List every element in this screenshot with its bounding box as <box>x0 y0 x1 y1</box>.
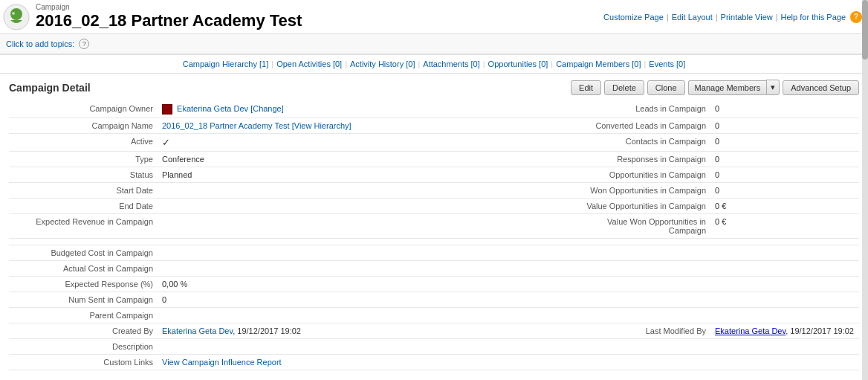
header-left: Campaign 2016_02_18 Partner Academy Test <box>3 3 302 30</box>
value-value-won-opportunities: 0 € <box>710 214 859 239</box>
table-row: Active ✓ Contacts in Campaign 0 <box>9 134 859 152</box>
page-title: 2016_02_18 Partner Academy Test <box>36 11 302 30</box>
svg-point-2 <box>12 12 15 15</box>
label-description: Description <box>9 339 158 355</box>
edit-button[interactable]: Edit <box>571 80 601 95</box>
table-row: Start Date Won Opportunities in Campaign… <box>9 183 859 199</box>
logo-area <box>3 4 30 30</box>
table-row: Campaign Name 2016_02_18 Partner Academy… <box>9 118 859 134</box>
table-row <box>9 239 859 245</box>
value-budgeted-cost <box>158 245 493 261</box>
label-last-modified: Last Modified By <box>493 323 710 339</box>
value-num-sent: 0 <box>158 292 493 308</box>
app-logo <box>3 4 30 30</box>
scrollbar[interactable] <box>862 0 868 376</box>
edit-layout-link[interactable]: Edit Layout <box>672 13 713 22</box>
subnav-campaign-members[interactable]: Campaign Members [0] <box>556 59 641 68</box>
topics-info-icon[interactable]: ? <box>79 39 89 49</box>
section-header: Campaign Detail Edit Delete Clone Manage… <box>9 80 859 95</box>
value-opportunities-in-campaign: 0 <box>710 167 859 183</box>
label-actual-cost: Actual Cost in Campaign <box>9 261 158 277</box>
label-responses: Responses in Campaign <box>493 152 710 167</box>
header-category: Campaign <box>36 3 302 11</box>
value-last-modified: Ekaterina Geta Dev, 19/12/2017 19:02 <box>710 323 859 339</box>
label-expected-response: Expected Response (%) <box>9 277 158 292</box>
label-parent-campaign: Parent Campaign <box>9 308 158 323</box>
value-campaign-name: 2016_02_18 Partner Academy Test [View Hi… <box>158 118 493 134</box>
label-end-date: End Date <box>9 199 158 214</box>
table-row: Parent Campaign <box>9 308 859 323</box>
value-actual-cost <box>158 261 493 277</box>
active-checkmark: ✓ <box>162 137 170 148</box>
subnav-events[interactable]: Events [0] <box>649 59 685 68</box>
table-row: End Date Value Opportunities in Campaign… <box>9 199 859 214</box>
subnav-open-activities[interactable]: Open Activities [0] <box>276 59 342 68</box>
table-row: Expected Revenue in Campaign Value Won O… <box>9 214 859 239</box>
label-won-opportunities: Won Opportunities in Campaign <box>493 183 710 199</box>
value-end-date <box>158 199 493 214</box>
campaign-owner-link[interactable]: Ekaterina Geta Dev <box>177 104 248 113</box>
campaign-influence-link[interactable]: View Campaign Influence Report <box>162 358 282 367</box>
sub-nav: Campaign Hierarchy [1] | Open Activities… <box>0 55 868 74</box>
manage-members-button[interactable]: Manage Members <box>688 80 767 95</box>
help-link[interactable]: Help for this Page <box>781 13 846 22</box>
label-campaign-owner: Campaign Owner <box>9 101 158 118</box>
value-type: Conference <box>158 152 493 167</box>
topics-bar: Click to add topics: ? <box>0 34 868 55</box>
content-area: Campaign Detail Edit Delete Clone Manage… <box>0 74 868 376</box>
table-row: Description <box>9 339 859 355</box>
manage-members-dropdown[interactable]: ▾ <box>766 80 780 95</box>
scrollbar-thumb[interactable] <box>862 0 868 59</box>
manage-members-split: Manage Members ▾ <box>688 80 780 95</box>
button-group: Edit Delete Clone Manage Members ▾ Advan… <box>571 80 859 95</box>
subnav-opportunities[interactable]: Opportunities [0] <box>488 59 548 68</box>
label-value-won-opportunities: Value Won Opportunities inCampaign <box>493 214 710 239</box>
label-campaign-name: Campaign Name <box>9 118 158 134</box>
label-status: Status <box>9 167 158 183</box>
campaign-name-link[interactable]: 2016_02_18 Partner Academy Test <box>162 121 290 130</box>
value-custom-links: View Campaign Influence Report <box>158 355 493 370</box>
value-campaign-owner: Ekaterina Geta Dev [Change] <box>158 101 493 118</box>
table-row: Status Planned Opportunities in Campaign… <box>9 167 859 183</box>
customize-page-link[interactable]: Customize Page <box>603 13 664 22</box>
view-hierarchy-link[interactable]: [View Hierarchy] <box>292 121 352 130</box>
value-contacts-in-campaign: 0 <box>710 134 859 152</box>
section-title: Campaign Detail <box>9 82 91 94</box>
label-created-by: Created By <box>9 323 158 339</box>
label-leads-in-campaign: Leads in Campaign <box>493 101 710 118</box>
value-value-opportunities: 0 € <box>710 199 859 214</box>
label-num-sent: Num Sent in Campaign <box>9 292 158 308</box>
created-by-link[interactable]: Ekaterina Geta Dev <box>162 326 233 335</box>
advanced-setup-button[interactable]: Advanced Setup <box>783 80 859 95</box>
value-parent-campaign <box>158 308 493 323</box>
subnav-activity-history[interactable]: Activity History [0] <box>350 59 415 68</box>
value-status: Planned <box>158 167 493 183</box>
value-converted-leads: 0 <box>710 118 859 134</box>
last-modified-link[interactable]: Ekaterina Geta Dev <box>715 326 786 335</box>
value-leads-in-campaign: 0 <box>710 101 859 118</box>
table-row: Campaign Owner Ekaterina Geta Dev [Chang… <box>9 101 859 118</box>
table-row: Num Sent in Campaign 0 <box>9 292 859 308</box>
value-won-opportunities: 0 <box>710 183 859 199</box>
topics-label[interactable]: Click to add topics: <box>6 39 74 48</box>
top-header: Campaign 2016_02_18 Partner Academy Test… <box>0 0 868 34</box>
printable-view-link[interactable]: Printable View <box>721 13 773 22</box>
help-icon[interactable]: ? <box>850 11 862 23</box>
top-nav-links: Customize Page | Edit Layout | Printable… <box>603 11 862 23</box>
delete-button[interactable]: Delete <box>604 80 644 95</box>
table-row: Budgeted Cost in Campaign <box>9 245 859 261</box>
label-value-opportunities: Value Opportunities in Campaign <box>493 199 710 214</box>
change-owner-link[interactable]: [Change] <box>250 104 284 113</box>
value-responses: 0 <box>710 152 859 167</box>
subnav-attachments[interactable]: Attachments [0] <box>423 59 479 68</box>
subnav-campaign-hierarchy[interactable]: Campaign Hierarchy [1] <box>183 59 269 68</box>
header-title-group: Campaign 2016_02_18 Partner Academy Test <box>36 3 302 30</box>
value-created-by: Ekaterina Geta Dev, 19/12/2017 19:02 <box>158 323 493 339</box>
clone-button[interactable]: Clone <box>647 80 685 95</box>
owner-icon <box>162 104 172 115</box>
label-opportunities-in-campaign: Opportunities in Campaign <box>493 167 710 183</box>
label-converted-leads: Converted Leads in Campaign <box>493 118 710 134</box>
value-active: ✓ <box>158 134 493 152</box>
label-expected-revenue: Expected Revenue in Campaign <box>9 214 158 239</box>
table-row: Created By Ekaterina Geta Dev, 19/12/201… <box>9 323 859 339</box>
